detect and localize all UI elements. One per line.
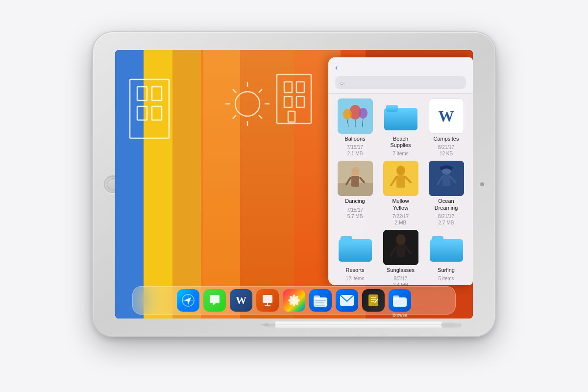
safari-icon [181,293,196,308]
person-photo-area [203,50,341,318]
file-name-beach-supplies: BeachSupplies [390,136,411,148]
scene: ‹ ⌕ [24,10,564,382]
icloud-panel: ‹ ⌕ [328,57,473,285]
svg-rect-96 [443,322,454,327]
mail-icon [340,294,354,306]
dock-files-browse[interactable]: Browse [389,289,411,312]
svg-rect-97 [275,322,442,324]
file-item-ocean-dreaming[interactable]: OceanDreaming 8/21/172.7 MB [425,161,467,225]
dock-word[interactable]: W [230,289,252,312]
file-meta-beach-supplies: 7 items [392,150,408,157]
file-item-balloons[interactable]: Balloons 7/15/172.1 MB [334,98,376,157]
svg-point-28 [343,109,352,120]
file-thumb-mellow-yellow [383,161,418,196]
svg-rect-66 [263,295,272,303]
file-name-resorts: Resorts [346,267,365,273]
svg-point-56 [396,234,406,245]
svg-rect-90 [393,295,399,299]
file-item-sunglasses[interactable]: Sunglasses 8/3/172.4 MB [380,230,421,285]
file-meta-ocean-dreaming: 8/21/172.7 MB [438,213,454,226]
svg-marker-91 [260,323,270,327]
file-meta-dancing: 7/15/175.7 MB [347,207,363,220]
file-item-surfing[interactable]: Surfing 5 items [425,230,467,285]
word-dock-icon: W [236,294,246,307]
svg-point-30 [359,108,368,119]
dock-mail[interactable] [336,289,358,312]
file-name-ocean-dreaming: OceanDreaming [435,198,458,211]
photos-icon [287,294,301,307]
file-thumb-resorts [338,230,373,265]
file-item-resorts[interactable]: Resorts 12 items [334,230,376,285]
svg-rect-57 [396,245,405,257]
search-icon: ⌕ [340,79,344,86]
file-name-balloons: Balloons [344,136,365,142]
file-item-campsites[interactable]: W Campsites 8/21/1712 KB [425,98,467,157]
svg-rect-80 [315,300,326,301]
ipad-device: ‹ ⌕ [93,32,495,336]
file-thumb-surfing [429,230,464,265]
notability-icon [367,294,380,307]
file-item-dancing[interactable]: Dancing 7/15/175.7 MB [334,161,376,225]
file-meta-campsites: 8/21/1712 KB [438,144,454,157]
file-thumb-campsites: W [429,98,464,134]
svg-marker-65 [184,295,194,304]
file-name-dancing: Dancing [345,198,365,204]
file-thumb-beach-supplies [383,98,418,134]
apple-pencil [162,317,564,333]
svg-rect-35 [386,105,398,112]
dock-safari[interactable] [177,289,199,312]
svg-point-43 [396,166,405,175]
file-meta-resorts: 12 items [346,275,365,282]
search-bar[interactable]: ⌕ [335,76,466,89]
file-thumb-dancing [338,161,373,196]
file-name-campsites: Campsites [434,136,459,142]
dock-keynote[interactable] [256,289,279,312]
svg-rect-79 [314,295,320,299]
svg-rect-61 [432,236,443,243]
file-meta-mellow-yellow: 7/22/172 MB [392,213,409,226]
dock: W [132,286,456,315]
svg-rect-54 [341,236,352,243]
svg-rect-92 [269,322,276,328]
back-button[interactable]: ‹ [335,63,339,72]
dock-files[interactable] [309,289,332,312]
svg-rect-39 [351,176,359,187]
file-name-mellow-yellow: MellowYellow [392,198,409,211]
dock-photos[interactable] [283,289,305,312]
svg-rect-49 [442,174,450,186]
file-thumb-balloons [338,98,373,134]
file-thumb-ocean-dreaming [429,161,464,196]
messages-icon [208,294,221,307]
file-meta-balloons: 7/15/172.1 MB [347,144,363,157]
camera-dot [480,182,484,186]
file-item-beach-supplies[interactable]: BeachSupplies 7 items [380,98,421,157]
files-browse-icon [392,294,407,307]
keynote-icon [261,294,274,307]
file-item-mellow-yellow[interactable]: MellowYellow 7/22/172 MB [380,161,421,225]
file-name-sunglasses: Sunglasses [387,267,415,273]
word-icon-letter: W [439,107,454,125]
dock-messages[interactable] [203,289,226,312]
svg-rect-82 [315,305,325,306]
svg-rect-44 [396,175,405,188]
file-name-surfing: Surfing [438,267,455,273]
pencil-svg [260,318,466,332]
files-grid: Balloons 7/15/172.1 MB [328,94,473,285]
panel-nav: ‹ [335,63,466,72]
svg-point-38 [351,167,359,176]
back-chevron-icon: ‹ [335,63,338,72]
dock-notability[interactable] [362,289,385,312]
ipad-screen: ‹ ⌕ [115,50,473,318]
svg-rect-81 [315,302,324,303]
files-icon [313,294,328,307]
panel-header: ‹ ⌕ [328,57,473,94]
file-meta-sunglasses: 8/3/172.4 MB [393,275,409,285]
file-meta-surfing: 5 items [438,275,454,282]
file-thumb-sunglasses [383,230,418,265]
